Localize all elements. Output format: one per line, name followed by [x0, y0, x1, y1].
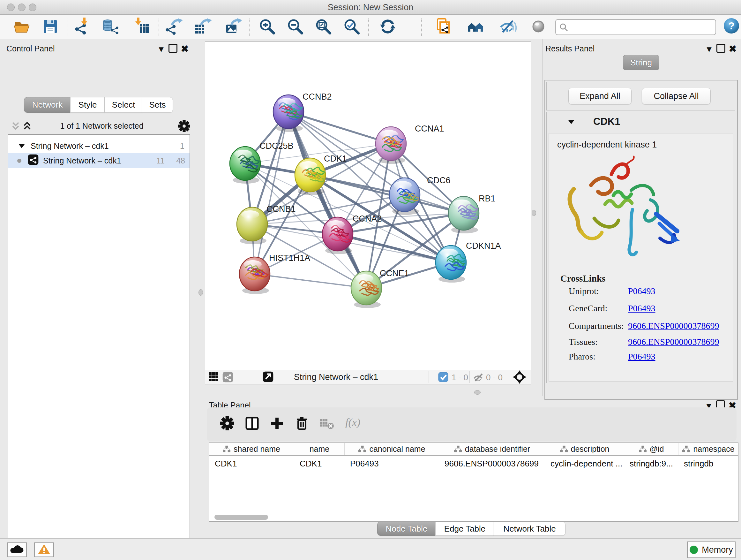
right-splitter-handle[interactable] — [532, 210, 536, 216]
grid-view-icon[interactable] — [208, 372, 219, 384]
share-view-icon[interactable] — [222, 372, 233, 384]
node-CCNA1[interactable]: CCNA1 — [376, 124, 444, 164]
column-header-name[interactable]: name — [294, 443, 345, 455]
network-row-selected[interactable]: String Network – cdk1 11 48 — [8, 153, 190, 168]
node-CCNB1[interactable]: CCNB1 — [237, 204, 296, 244]
node-CDK1[interactable]: CDK1 — [295, 154, 347, 195]
chevron-double-up-icon[interactable] — [23, 121, 31, 132]
export-image-button[interactable] — [224, 17, 242, 36]
function-builder-icon[interactable]: f(x) — [345, 416, 360, 428]
table-cell[interactable]: cyclin-dependent ... — [550, 459, 622, 472]
crosslink-value-link[interactable]: P06493 — [628, 352, 656, 362]
node-CCNB2[interactable]: CCNB2 — [273, 92, 332, 132]
export-network-button[interactable] — [165, 17, 184, 36]
node-label-RB1: RB1 — [479, 194, 495, 203]
column-header-shared-name[interactable]: shared name — [209, 443, 294, 455]
node-CDC6[interactable]: CDC6 — [389, 176, 451, 215]
chevron-double-down-icon[interactable] — [11, 121, 20, 132]
string-homes-button[interactable] — [467, 17, 485, 36]
import-network-button[interactable] — [73, 17, 91, 36]
results-panel-collapse-icon[interactable]: ▼ — [704, 44, 715, 54]
network-collection-row[interactable]: String Network – cdk1 1 — [8, 138, 190, 153]
edge-HIST1H1A-CCNE1[interactable] — [255, 274, 366, 288]
zoom-selected-button[interactable] — [343, 17, 361, 36]
table-gear-icon[interactable] — [220, 416, 234, 432]
detach-view-icon[interactable] — [263, 371, 273, 383]
tab-sets[interactable]: Sets — [142, 97, 173, 113]
table-cell[interactable]: stringdb — [684, 459, 736, 472]
selected-checkbox-icon[interactable] — [438, 372, 448, 383]
table-cell[interactable]: 9606.ENSP00000378699 — [445, 459, 543, 472]
node-RB1[interactable]: RB1 — [448, 194, 495, 233]
birds-eye-crosshair-icon[interactable] — [513, 370, 526, 385]
hidden-eye-slash-icon[interactable] — [473, 372, 484, 383]
add-column-icon[interactable] — [270, 416, 284, 432]
node-label-CDC25B: CDC25B — [259, 141, 293, 151]
crosslink-value-link[interactable]: P06493 — [628, 303, 656, 314]
node-CCNE1[interactable]: CCNE1 — [351, 268, 409, 308]
cloud-status-button[interactable] — [7, 543, 27, 557]
delete-column-icon[interactable] — [295, 416, 309, 432]
table-cell[interactable]: CDK1 — [300, 459, 342, 472]
zoom-in-button[interactable] — [258, 17, 277, 36]
network-collection-bar: 1 of 1 Network selected — [4, 119, 193, 133]
node-CDKN1A[interactable]: CDKN1A — [435, 241, 501, 283]
results-panel-close-icon[interactable]: ✖ — [727, 44, 738, 54]
table-cell[interactable]: CDK1 — [215, 459, 292, 472]
hide-graphics-button[interactable] — [499, 17, 517, 36]
column-header-@id[interactable]: @id — [624, 443, 678, 455]
search-input[interactable] — [571, 21, 713, 33]
tab-node-table[interactable]: Node Table — [377, 522, 436, 536]
table-cell[interactable]: P06493 — [350, 459, 437, 472]
results-panel-float-icon[interactable] — [717, 44, 725, 53]
gear-icon[interactable] — [178, 120, 190, 133]
left-splitter-handle[interactable] — [199, 289, 203, 296]
control-panel-float-icon[interactable] — [169, 44, 178, 53]
save-button[interactable] — [42, 17, 60, 36]
control-panel-collapse-icon[interactable]: ▼ — [156, 44, 166, 54]
show-graphics-button[interactable] — [529, 17, 548, 36]
tab-style[interactable]: Style — [70, 97, 105, 113]
collapse-all-button[interactable]: Collapse All — [642, 88, 711, 105]
tab-network-table[interactable]: Network Table — [494, 522, 565, 536]
crosslink-value-link[interactable]: 9606.ENSP00000378699 — [628, 321, 719, 331]
title-bar: Session: New Session — [0, 0, 741, 15]
results-node-section: CDK1 cyclin-dependent kinase 1 — [546, 112, 735, 383]
bottom-splitter-handle[interactable] — [474, 390, 481, 395]
edge-count: 48 — [176, 156, 185, 165]
crosslink-value-link[interactable]: P06493 — [628, 286, 656, 296]
column-header-description[interactable]: description — [545, 443, 624, 455]
tab-edge-table[interactable]: Edge Table — [435, 522, 494, 536]
table-horizontal-scrollbar[interactable] — [214, 515, 268, 520]
memory-button[interactable]: Memory — [687, 542, 736, 558]
columns-icon[interactable] — [245, 416, 259, 432]
column-header-database-identifier[interactable]: database identifier — [439, 443, 545, 455]
tab-string[interactable]: String — [623, 55, 659, 70]
crosslink-label: GeneCard: — [569, 303, 607, 314]
column-header-namespace[interactable]: namespace — [678, 443, 738, 455]
apply-layout-button[interactable] — [379, 17, 397, 36]
string-import-button[interactable] — [434, 17, 453, 36]
warning-status-button[interactable] — [34, 543, 54, 557]
tab-network[interactable]: Network — [24, 97, 71, 113]
import-database-button[interactable] — [101, 17, 120, 36]
search-field[interactable] — [555, 19, 716, 35]
control-panel-close-icon[interactable]: ✖ — [179, 44, 190, 54]
column-header-canonical-name[interactable]: canonical name — [344, 443, 439, 455]
table-cell[interactable]: stringdb:9... — [630, 459, 676, 472]
help-button[interactable]: ? — [723, 17, 741, 36]
zoom-out-button[interactable] — [286, 17, 305, 36]
node-section-header[interactable]: CDK1 — [547, 112, 735, 132]
import-table-button[interactable] — [133, 17, 151, 36]
expand-all-button[interactable]: Expand All — [568, 88, 631, 105]
node-CDC25B[interactable]: CDC25B — [230, 141, 293, 184]
open-folder-button[interactable] — [13, 17, 31, 36]
crosslink-value-link[interactable]: 9606.ENSP00000378699 — [628, 337, 719, 347]
node-HIST1H1A[interactable]: HIST1H1A — [239, 253, 310, 294]
delete-table-icon[interactable] — [319, 416, 334, 432]
toolbar-separator — [68, 18, 68, 36]
tab-select[interactable]: Select — [105, 97, 143, 113]
edge-CCNB2-CCNA1[interactable] — [288, 112, 391, 144]
zoom-fit-button[interactable] — [314, 17, 333, 36]
export-table-button[interactable] — [194, 17, 212, 36]
